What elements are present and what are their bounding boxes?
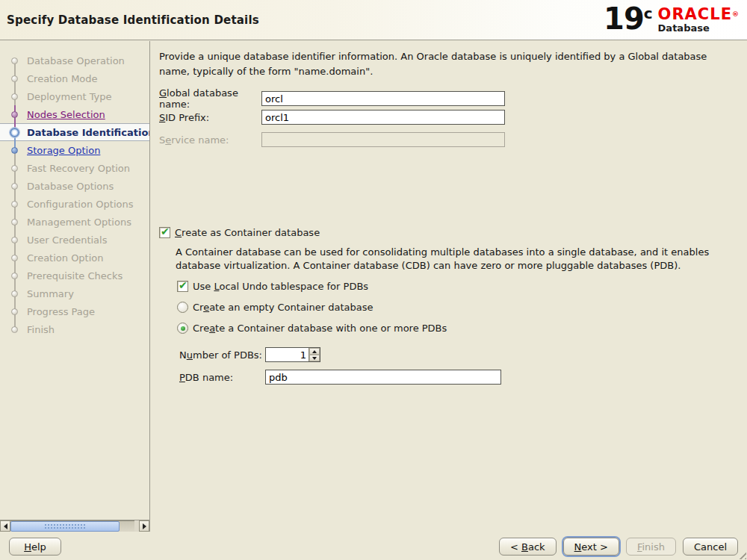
sid-prefix-label: SID Prefix:	[159, 112, 261, 123]
logo-version: 19	[604, 4, 644, 34]
step-label: Creation Option	[27, 252, 104, 264]
sidebar-item-summary: Summary	[0, 284, 149, 302]
step-dot	[11, 165, 18, 172]
sidebar-item-fast-recovery-option: Fast Recovery Option	[0, 159, 149, 177]
step-label: Database Operation	[27, 55, 125, 66]
finish-button: Finish	[626, 538, 676, 556]
step-label: Storage Option	[27, 145, 100, 156]
oracle-19c-logo: 19 c ORACLE® Database	[604, 4, 740, 34]
scroll-left-button[interactable]	[0, 520, 10, 532]
step-label: Management Options	[27, 217, 131, 228]
step-label: Summary	[27, 288, 74, 299]
step-label: Progress Page	[27, 306, 95, 317]
step-dot	[11, 255, 18, 261]
checkbox-icon: ✔	[177, 281, 188, 292]
checkmark-icon: ✔	[179, 279, 187, 291]
step-label: Creation Mode	[27, 73, 98, 84]
empty-container-label: Create an empty Container database	[193, 302, 373, 313]
step-dot	[11, 111, 18, 118]
step-dot	[11, 183, 18, 190]
create-container-db-checkbox[interactable]: ✔ Create as Container database	[159, 227, 320, 238]
container-db-description: A Container database can be used for con…	[176, 246, 734, 273]
empty-container-radio[interactable]: Create an empty Container database	[177, 302, 373, 313]
step-dot	[10, 128, 19, 137]
arrow-right-icon	[143, 523, 146, 529]
sidebar-item-storage-option[interactable]: Storage Option	[0, 141, 149, 159]
step-label: Configuration Options	[27, 199, 133, 210]
number-of-pdbs-label: Number of PDBs:	[179, 349, 265, 361]
pdb-name-label: PDB name:	[179, 372, 265, 383]
steps-list: Database Operation Creation Mode Deploym…	[0, 41, 149, 532]
page-title: Specify Database Identification Details	[0, 13, 259, 27]
local-undo-checkbox[interactable]: ✔ Use Local Undo tablespace for PDBs	[177, 281, 368, 292]
step-dot	[11, 75, 18, 82]
next-button[interactable]: Next >	[563, 538, 619, 556]
scrollbar-track[interactable]	[10, 520, 134, 532]
footer-bar: Help < Back Next > Finish Cancel	[0, 532, 747, 560]
step-dot	[11, 201, 18, 208]
step-label: User Credentials	[27, 234, 107, 246]
number-of-pdbs-input[interactable]	[266, 348, 309, 361]
sidebar-item-deployment-type: Deployment Type	[0, 87, 149, 105]
wizard-steps-sidebar: Database Operation Creation Mode Deploym…	[0, 41, 150, 532]
sid-prefix-input[interactable]	[261, 110, 505, 125]
step-label: Database Identification	[27, 127, 149, 138]
scroll-right-button[interactable]	[139, 520, 149, 532]
step-dot	[11, 93, 18, 100]
logo-superscript: c	[644, 4, 653, 22]
arrow-left-icon	[4, 523, 7, 529]
triangle-down-icon	[312, 357, 317, 360]
step-label: Prerequisite Checks	[27, 270, 123, 281]
sidebar-item-database-identification[interactable]: Database Identification	[0, 123, 149, 141]
step-dot	[11, 273, 18, 279]
step-dot	[11, 147, 18, 154]
local-undo-label: Use Local Undo tablespace for PDBs	[193, 281, 368, 292]
help-button[interactable]: Help	[9, 538, 61, 556]
step-label: Finish	[27, 324, 55, 335]
registered-mark-icon: ®	[732, 10, 740, 18]
sidebar-item-creation-option: Creation Option	[0, 249, 149, 267]
sidebar-item-finish: Finish	[0, 320, 149, 338]
sidebar-horizontal-scrollbar[interactable]	[0, 520, 149, 532]
checkbox-icon: ✔	[159, 227, 170, 238]
dbca-wizard-window: Specify Database Identification Details …	[0, 0, 747, 560]
container-with-pdbs-label: Create a Container database with one or …	[193, 323, 447, 334]
oracle-brand: ORACLE®	[658, 7, 740, 22]
sidebar-item-configuration-options: Configuration Options	[0, 195, 149, 213]
logo-product: Database	[658, 22, 740, 34]
step-dot	[11, 290, 18, 297]
global-database-name-label: Global database name:	[159, 87, 261, 110]
radio-icon	[177, 302, 188, 313]
service-name-label: Service name:	[159, 134, 261, 146]
sidebar-item-progress-page: Progress Page	[0, 302, 149, 320]
sidebar-item-database-operation: Database Operation	[0, 52, 149, 69]
triangle-up-icon	[312, 350, 317, 353]
step-dot	[11, 308, 18, 315]
pdb-name-input[interactable]	[265, 370, 501, 385]
step-label: Deployment Type	[27, 91, 112, 102]
step-label: Database Options	[27, 181, 114, 192]
container-with-pdbs-radio[interactable]: Create a Container database with one or …	[177, 323, 447, 334]
step-dot	[11, 57, 18, 64]
scrollbar-thumb[interactable]	[10, 521, 120, 532]
service-name-input	[261, 132, 505, 147]
main-panel: Provide a unique database identifier inf…	[150, 41, 747, 532]
sidebar-item-user-credentials: User Credentials	[0, 231, 149, 249]
number-of-pdbs-spinner[interactable]	[265, 347, 320, 362]
cancel-button[interactable]: Cancel	[683, 538, 738, 556]
step-dot	[11, 237, 18, 243]
sidebar-item-database-options: Database Options	[0, 177, 149, 195]
sidebar-item-management-options: Management Options	[0, 213, 149, 231]
header: Specify Database Identification Details …	[0, 0, 747, 40]
checkmark-icon: ✔	[161, 225, 170, 237]
global-database-name-input[interactable]	[261, 91, 505, 106]
create-container-db-label: Create as Container database	[175, 227, 320, 238]
step-dot	[11, 326, 18, 333]
spinner-down-button[interactable]	[309, 355, 320, 361]
back-button[interactable]: < Back	[499, 538, 557, 556]
page-description: Provide a unique database identifier inf…	[159, 49, 731, 78]
radio-selected-icon	[177, 323, 188, 334]
spinner-up-button[interactable]	[309, 348, 320, 355]
step-dot	[11, 219, 18, 225]
sidebar-item-nodes-selection[interactable]: Nodes Selection	[0, 105, 149, 123]
